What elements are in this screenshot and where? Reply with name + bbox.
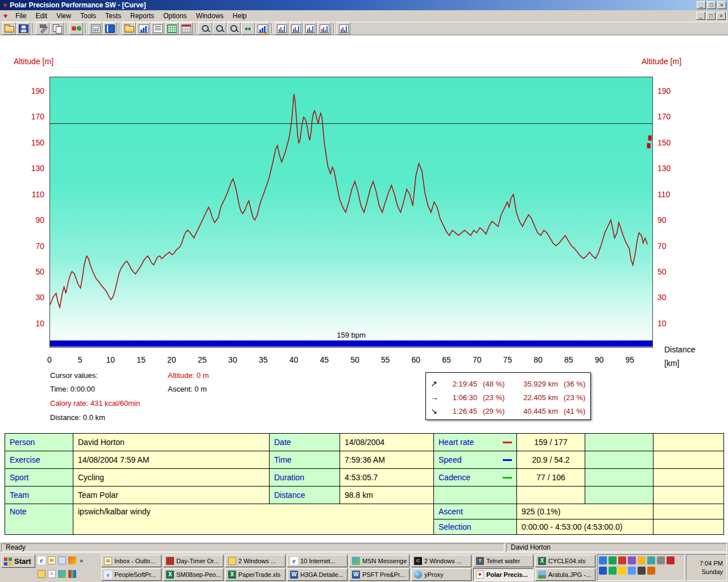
menu-edit[interactable]: Edit xyxy=(31,11,52,21)
app-minimize-button[interactable]: _ xyxy=(697,1,706,9)
zoom-out-button[interactable] xyxy=(227,22,241,35)
tray-icon[interactable] xyxy=(599,556,607,564)
altitude-plot[interactable] xyxy=(49,77,653,348)
taskbar-clock[interactable]: 7:04 PM Sunday xyxy=(686,554,727,581)
app-close-button[interactable]: × xyxy=(717,1,726,9)
tray-icon[interactable] xyxy=(667,556,675,564)
taskbar-button-papertrade-xls[interactable]: XPaperTrade.xls xyxy=(225,568,286,581)
graph-view-2-button[interactable] xyxy=(289,22,303,35)
graph-view-1-button[interactable] xyxy=(275,22,288,35)
heart-rate-value[interactable]: 159 / 177 xyxy=(517,434,585,451)
taskbar-button-sm08sep-peo[interactable]: XSM08sep-Peo... xyxy=(163,568,224,581)
save-button[interactable] xyxy=(16,22,30,35)
messenger-icon[interactable] xyxy=(58,570,66,578)
zoom-mode-button[interactable] xyxy=(213,22,226,35)
zoom-in-button[interactable] xyxy=(198,22,212,35)
cadence-value[interactable]: 77 / 106 xyxy=(517,469,585,487)
week-summary-button[interactable] xyxy=(165,22,179,35)
taskbar-button-msn-messenger[interactable]: MSN Messenger xyxy=(349,555,410,567)
graph-view-3-button[interactable] xyxy=(303,22,317,35)
quicklaunch-overflow-chevron[interactable]: » xyxy=(78,557,84,564)
distance-value[interactable]: 98.8 km xyxy=(340,487,434,504)
compare-button[interactable]: ↔ xyxy=(241,22,255,35)
menu-view[interactable]: View xyxy=(52,11,76,21)
copy-button[interactable] xyxy=(50,22,64,35)
person-value[interactable]: David Horton xyxy=(73,434,270,451)
team-value[interactable]: Team Polar xyxy=(73,487,270,504)
menu-file[interactable]: File xyxy=(11,11,31,21)
taskbar-button-inbox-outlo[interactable]: ✉Inbox - Outlo... xyxy=(101,555,162,567)
windows-explorer-icon[interactable] xyxy=(38,570,46,578)
menu-options[interactable]: Options xyxy=(159,11,191,21)
taskbar-button-2-windows[interactable]: 2 Windows ... xyxy=(225,555,286,567)
exercise-list-button[interactable] xyxy=(151,22,164,35)
tray-icon[interactable] xyxy=(638,567,646,575)
menu-help[interactable]: Help xyxy=(228,11,251,21)
graph-view-5-button[interactable] xyxy=(337,22,350,35)
child-restore-button[interactable]: □ xyxy=(706,12,715,20)
media-player-icon[interactable] xyxy=(68,556,76,564)
tray-icon[interactable] xyxy=(609,567,617,575)
ascent-value[interactable]: 925 (0.1%) xyxy=(517,504,653,519)
taskbar-button-cycle04-xls[interactable]: XCYCLE04.xls xyxy=(535,555,595,567)
calendar-button[interactable] xyxy=(179,22,193,35)
speed-value[interactable]: 20.9 / 54.2 xyxy=(517,451,585,469)
tray-icon[interactable] xyxy=(628,556,636,564)
y-axis-tick-right: 50 xyxy=(657,267,692,277)
tray-icon[interactable] xyxy=(628,567,636,575)
taskbar-button-peoplesoftpr[interactable]: ePeopleSoftPr... xyxy=(101,568,162,581)
start-button[interactable]: Start xyxy=(1,555,35,568)
taskbar-button-telnet-wafer[interactable]: TTelnet wafer xyxy=(473,555,533,567)
taskbar-button-psft-pre-pr[interactable]: WPSFT Pre&Pr... xyxy=(349,568,410,581)
app-restore-button[interactable]: □ xyxy=(707,1,716,9)
graph-view-4-button[interactable] xyxy=(317,22,331,35)
selection-value[interactable]: 0:00:00 - 4:53:00 (4:53:00.0) xyxy=(517,519,653,535)
menu-tests[interactable]: Tests xyxy=(101,11,126,21)
taskbar-button-yproxy[interactable]: yProxy xyxy=(411,568,471,581)
child-close-button[interactable]: × xyxy=(717,12,726,20)
open-button[interactable] xyxy=(2,22,16,35)
tray-icon[interactable] xyxy=(599,567,607,575)
x-axis-tick: 60 xyxy=(402,355,430,364)
tools-button[interactable] xyxy=(36,22,49,35)
menu-tools[interactable]: Tools xyxy=(76,11,101,21)
heart-rate-zone-bar xyxy=(50,340,652,347)
tray-icon[interactable] xyxy=(638,556,646,564)
notepad-icon[interactable]: ≡ xyxy=(48,570,56,578)
training-diary-button[interactable] xyxy=(103,22,117,35)
taskbar-button-2-windows[interactable]: C2 Windows ... xyxy=(411,555,471,567)
tray-icon[interactable] xyxy=(618,567,626,575)
tray-icon[interactable] xyxy=(657,556,665,564)
duration-value[interactable]: 4:53:05.7 xyxy=(340,469,434,487)
tray-icon[interactable] xyxy=(618,556,626,564)
cadence-label-text: Cadence xyxy=(439,473,470,482)
taskbar-button-aratula-jpg[interactable]: Aratula.JPG -... xyxy=(535,568,595,581)
time-value[interactable]: 7:59:36 AM xyxy=(340,451,434,469)
taskbar-button-day-timer-or[interactable]: Day-Timer Or... xyxy=(163,555,224,567)
paint-icon[interactable] xyxy=(68,570,76,578)
taskbar-button-polar-precis[interactable]: ♥Polar Precis... xyxy=(473,568,533,581)
exercise-value[interactable]: 14/08/2004 7:59 AM xyxy=(73,451,270,469)
curve-view-button[interactable] xyxy=(136,22,150,35)
cursor-distance: Distance: 0.0 km xyxy=(50,413,105,422)
menu-windows[interactable]: Windows xyxy=(191,11,228,21)
taskbar-button-10-internet[interactable]: e10 Internet... xyxy=(287,555,348,567)
sport-value[interactable]: Cycling xyxy=(73,469,270,487)
internet-explorer-icon[interactable]: e xyxy=(38,556,46,564)
tray-icon[interactable] xyxy=(647,556,655,564)
date-value[interactable]: 14/08/2004 xyxy=(340,434,434,451)
tray-icon[interactable] xyxy=(609,556,617,564)
graph-properties-button[interactable] xyxy=(255,22,269,35)
zone-distance: 35.929 km xyxy=(509,380,558,388)
outlook-express-icon[interactable]: ✉ xyxy=(48,556,56,564)
child-minimize-button[interactable]: _ xyxy=(696,12,705,20)
taskbar-button-h3ga-detaile[interactable]: WH3GA Detaile... xyxy=(287,568,348,581)
tray-icon[interactable] xyxy=(647,567,655,575)
taskbar-button-label: 2 Windows ... xyxy=(424,558,462,564)
menu-reports[interactable]: Reports xyxy=(126,11,159,21)
exercise-browser-button[interactable] xyxy=(122,22,136,35)
calculator-button[interactable] xyxy=(89,22,102,35)
note-value[interactable]: ipswich/kalbar windy xyxy=(73,504,434,535)
show-desktop-icon[interactable] xyxy=(58,556,66,564)
hrm-connection-button[interactable] xyxy=(69,22,83,35)
